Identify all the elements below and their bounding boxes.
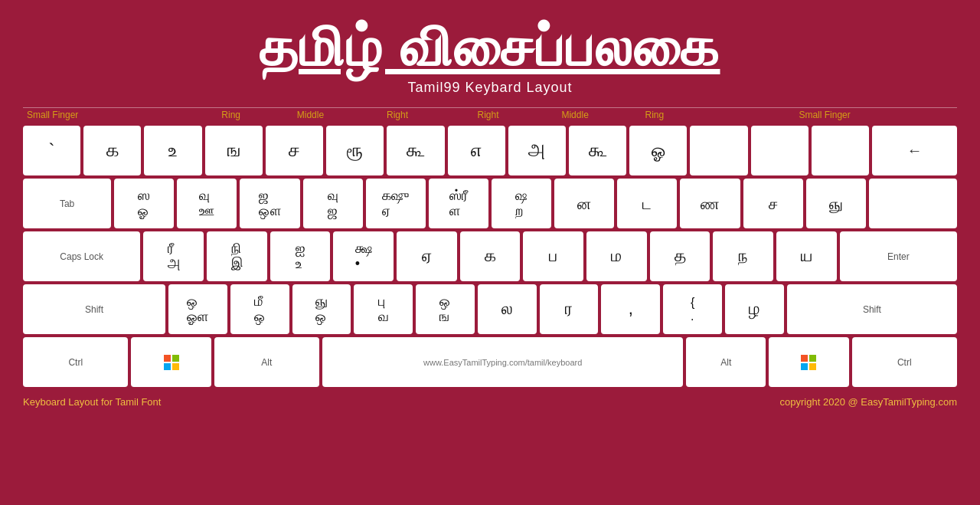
key-f[interactable]: க்ஷ• — [333, 231, 394, 281]
key-y[interactable]: ஸ்ரீள — [429, 179, 488, 228]
svg-rect-6 — [801, 363, 808, 370]
windows-icon-right — [800, 354, 817, 371]
row-shift: Shift ஒஓள மீஒ ஞுஒ புவ ஒங ல ர , {. ழ Shif… — [23, 284, 957, 334]
finger-label-small-finger-left: Small Finger — [23, 108, 193, 122]
key-u[interactable]: ஷற — [492, 179, 551, 228]
key-space[interactable]: www.EasyTamilTyping.com/tamil/keyboard — [322, 337, 683, 387]
keyboard-wrapper: Small Finger Ring Middle Right Right Mid… — [23, 107, 957, 390]
row-qwerty: Tab ஸஓ வுஊ ஜஔ வுஜ கஷுஏ ஸ்ரீள ஷற ன ட ண ச … — [23, 179, 957, 228]
key-q[interactable]: ஸஓ — [114, 179, 174, 228]
finger-label-ring-right: Ring — [616, 108, 692, 122]
key-0[interactable]: ஓ — [629, 126, 687, 175]
footer-right: copyright 2020 @ EasyTamilTyping.com — [780, 396, 957, 408]
svg-rect-0 — [164, 355, 171, 362]
key-h[interactable]: க — [460, 231, 521, 281]
key-o[interactable]: ட — [617, 179, 677, 228]
key-ctrl-right[interactable]: Ctrl — [852, 337, 957, 387]
key-enter-top[interactable] — [869, 179, 957, 228]
key-3[interactable]: ங — [205, 126, 263, 175]
key-backslash-top[interactable] — [812, 126, 869, 175]
svg-rect-4 — [801, 355, 808, 362]
key-l[interactable]: த — [650, 231, 710, 281]
svg-rect-7 — [809, 363, 816, 370]
key-x[interactable]: மீஒ — [230, 284, 289, 334]
key-6[interactable]: கூ — [387, 126, 444, 175]
key-v[interactable]: புவ — [354, 284, 413, 334]
key-quote[interactable]: ய — [776, 231, 837, 281]
key-z[interactable]: ஒஓள — [168, 284, 227, 334]
key-1[interactable]: க — [83, 126, 141, 175]
key-2[interactable]: உ — [144, 126, 201, 175]
footer: Keyboard Layout for Tamil Font copyright… — [23, 396, 957, 408]
windows-icon-left — [163, 354, 180, 371]
svg-rect-3 — [172, 363, 179, 370]
finger-label-small-finger-right: Small Finger — [692, 108, 957, 122]
key-m[interactable]: ர — [540, 284, 599, 334]
key-comma[interactable]: , — [601, 284, 660, 334]
svg-rect-1 — [172, 355, 179, 362]
key-j[interactable]: ப — [523, 231, 583, 281]
key-8[interactable]: அ — [508, 126, 566, 175]
key-bracket-close[interactable]: ஞு — [806, 179, 866, 228]
row-number: ` க உ ங ச ரூ கூ எ அ கூ ஓ ← — [23, 126, 957, 175]
key-alt-right[interactable]: Alt — [686, 337, 766, 387]
finger-label-ring-left: Ring — [193, 108, 269, 122]
key-minus[interactable] — [690, 126, 747, 175]
key-r[interactable]: வுஜ — [303, 179, 363, 228]
svg-rect-5 — [809, 355, 816, 362]
key-c[interactable]: ஞுஒ — [292, 284, 351, 334]
finger-label-right-right: Right — [443, 108, 534, 122]
svg-rect-2 — [164, 363, 171, 370]
row-asdf: Caps Lock ரீஅ நிஇ ஐஉ க்ஷ• ஏ க ப ம த ந ய … — [23, 231, 957, 281]
key-t[interactable]: கஷுஏ — [366, 179, 426, 228]
key-a[interactable]: ரீஅ — [143, 231, 204, 281]
key-k[interactable]: ம — [586, 231, 647, 281]
key-shift-left[interactable]: Shift — [23, 284, 165, 334]
key-b[interactable]: ஒங — [416, 284, 475, 334]
key-ctrl-left[interactable]: Ctrl — [23, 337, 128, 387]
key-caps-lock[interactable]: Caps Lock — [23, 231, 140, 281]
footer-left: Keyboard Layout for Tamil Font — [23, 396, 161, 408]
subtitle: Tamil99 Keybard Layout — [407, 80, 572, 96]
key-equals[interactable] — [751, 126, 808, 175]
key-enter[interactable]: Enter — [840, 231, 957, 281]
finger-labels-row: Small Finger Ring Middle Right Right Mid… — [23, 107, 957, 123]
key-shift-right[interactable]: Shift — [787, 284, 957, 334]
key-4[interactable]: ச — [266, 126, 323, 175]
key-slash[interactable]: ழ — [725, 284, 784, 334]
page-title: தமிழ் விசைப்பலகை — [260, 15, 720, 80]
key-d[interactable]: ஐஉ — [270, 231, 331, 281]
finger-label-middle-right: Middle — [534, 108, 617, 122]
row-bottom: Ctrl Alt www.EasyTamilTyping.com/tamil/k… — [23, 337, 957, 387]
key-5[interactable]: ரூ — [326, 126, 384, 175]
key-tab[interactable]: Tab — [23, 179, 111, 228]
key-n[interactable]: ல — [478, 284, 537, 334]
key-e[interactable]: ஜஔ — [240, 179, 299, 228]
key-7[interactable]: எ — [448, 126, 505, 175]
finger-label-right-left: Right — [352, 108, 443, 122]
key-p[interactable]: ண — [680, 179, 740, 228]
key-win-right[interactable] — [769, 337, 848, 387]
key-i[interactable]: ன — [554, 179, 614, 228]
key-period[interactable]: {. — [663, 284, 722, 334]
key-g[interactable]: ஏ — [397, 231, 457, 281]
key-backtick[interactable]: ` — [23, 126, 80, 175]
finger-label-middle-left: Middle — [269, 108, 352, 122]
key-w[interactable]: வுஊ — [177, 179, 237, 228]
key-9[interactable]: கூ — [569, 126, 626, 175]
key-semicolon[interactable]: ந — [713, 231, 773, 281]
key-backspace[interactable]: ← — [872, 126, 957, 175]
key-s[interactable]: நிஇ — [207, 231, 267, 281]
key-bracket-open[interactable]: ச — [743, 179, 803, 228]
key-alt-left[interactable]: Alt — [214, 337, 319, 387]
key-win-left[interactable] — [131, 337, 211, 387]
